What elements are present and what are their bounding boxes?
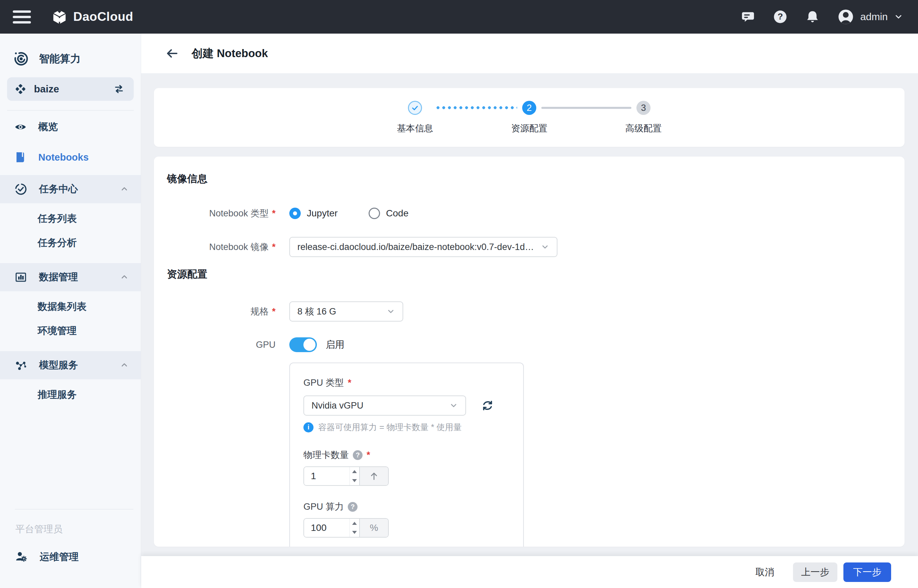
sidebar-item-overview[interactable]: 概览	[0, 116, 141, 138]
form-card: 镜像信息 Notebook 类型* Jupyter	[154, 157, 905, 547]
user-menu[interactable]: admin	[837, 8, 903, 25]
spinner-down-icon[interactable]	[350, 528, 359, 537]
eye-icon	[14, 121, 27, 133]
radio-code[interactable]: Code	[368, 208, 409, 219]
radio-jupyter[interactable]: Jupyter	[289, 208, 338, 219]
user-chevron-down-icon	[894, 12, 903, 21]
stepper-connector-solid	[541, 107, 631, 109]
spec-select[interactable]: 8 核 16 G	[289, 301, 403, 321]
page-title: 创建 Notebook	[192, 46, 268, 61]
brand-name: DaoCloud	[73, 10, 133, 24]
sidebar-group-data-management[interactable]: 数据管理	[0, 263, 141, 291]
gpu-compute-input[interactable]	[304, 519, 349, 537]
task-center-icon	[14, 183, 27, 196]
radio-selected-icon	[289, 208, 301, 219]
workspace-name: baize	[34, 83, 59, 95]
sidebar-group-label: 模型服务	[39, 359, 108, 372]
spec-row: 规格* 8 核 16 G	[167, 301, 891, 321]
required-asterisk: *	[348, 378, 351, 388]
chevron-up-icon	[120, 273, 129, 281]
gpu-compute-spinner	[349, 519, 359, 537]
step-3-label: 高级配置	[603, 122, 684, 134]
notebook-image-label: Notebook 镜像*	[167, 241, 276, 253]
sidebar-group-model-service[interactable]: 模型服务	[0, 351, 141, 380]
main-area: 创建 Notebook 2 3 基本信息 资源配置 高级	[141, 34, 918, 588]
workspace-switch-icon[interactable]	[113, 83, 125, 95]
messages-icon[interactable]	[740, 10, 755, 24]
spinner-up-icon[interactable]	[350, 467, 359, 476]
sidebar-divider	[7, 110, 134, 111]
toggle-knob	[304, 339, 315, 351]
gpu-settings-panel: GPU 类型* Nvidia vGPU	[289, 363, 524, 547]
sidebar-item-ops-management[interactable]: 运维管理	[0, 550, 141, 564]
card-count-input[interactable]	[304, 467, 349, 485]
spinner-down-icon[interactable]	[350, 476, 359, 485]
step-2-circle-active[interactable]: 2	[522, 101, 536, 115]
footer-gap	[141, 547, 918, 556]
workspace-icon	[15, 83, 27, 95]
app-root: DaoCloud ?	[0, 0, 918, 588]
model-service-sublist: 推理服务	[0, 380, 141, 408]
hamburger-menu-icon[interactable]	[13, 10, 32, 24]
gpu-type-label: GPU 类型*	[304, 376, 510, 389]
gpu-toggle-on[interactable]	[289, 338, 317, 352]
question-icon[interactable]: ?	[348, 502, 357, 512]
card-count-input-group	[304, 466, 389, 486]
sidebar-item-dataset-list[interactable]: 数据集列表	[0, 295, 141, 319]
gpu-info-text: 容器可使用算力 = 物理卡数量 * 使用量	[318, 422, 462, 433]
refresh-icon[interactable]	[481, 399, 494, 412]
notebook-image-select[interactable]: release-ci.daocloud.io/baize/baize-noteb…	[289, 237, 558, 257]
sidebar-item-inference-service[interactable]: 推理服务	[0, 383, 141, 407]
required-asterisk: *	[272, 242, 276, 252]
top-navbar: DaoCloud ?	[0, 0, 918, 34]
card-count-unit-icon	[359, 467, 388, 485]
required-asterisk: *	[367, 450, 370, 460]
sidebar-item-label: Notebooks	[38, 152, 89, 163]
sidebar-item-notebooks[interactable]: Notebooks	[0, 146, 141, 168]
gpu-row: GPU 启用	[167, 338, 891, 352]
notebook-type-radio-group: Jupyter Code	[289, 208, 409, 219]
svg-text:?: ?	[777, 11, 783, 21]
content: 2 3 基本信息 资源配置 高级配置 镜像信息 Notebook 类型*	[141, 73, 918, 547]
model-service-icon	[14, 359, 27, 372]
sidebar-item-task-analysis[interactable]: 任务分析	[0, 231, 141, 255]
step-1-circle-done[interactable]	[408, 101, 422, 115]
section-title-resource-config: 资源配置	[167, 269, 891, 279]
notebook-book-icon	[14, 151, 27, 164]
page-header: 创建 Notebook	[141, 34, 918, 73]
help-icon[interactable]: ?	[773, 10, 788, 24]
cancel-button[interactable]: 取消	[752, 562, 777, 582]
question-icon[interactable]: ?	[353, 450, 362, 460]
gpu-compute-label: GPU 算力 ?	[304, 501, 510, 513]
card-count-spinner	[349, 467, 359, 485]
check-icon	[411, 104, 419, 112]
back-arrow-icon[interactable]	[164, 45, 180, 61]
step-3-circle[interactable]: 3	[637, 101, 651, 115]
notebook-type-row: Notebook 类型* Jupyter Code	[167, 207, 891, 220]
sidebar-nav: 概览 Notebooks 任务中心	[0, 116, 141, 408]
sidebar-item-label: 概览	[38, 120, 58, 134]
notifications-bell-icon[interactable]	[805, 10, 820, 24]
gpu-info-row: i 容器可使用算力 = 物理卡数量 * 使用量	[304, 422, 510, 433]
spinner-up-icon[interactable]	[350, 519, 359, 528]
sidebar-item-environment[interactable]: 环境管理	[0, 319, 141, 343]
daocloud-logo-icon	[52, 9, 67, 24]
sidebar-group-task-center[interactable]: 任务中心	[0, 175, 141, 203]
data-management-icon	[14, 270, 27, 284]
gpu-type-select[interactable]: Nvidia vGPU	[304, 396, 466, 416]
previous-step-button[interactable]: 上一步	[793, 562, 837, 582]
step-2-label: 资源配置	[489, 122, 570, 134]
stepper-card: 2 3 基本信息 资源配置 高级配置	[154, 88, 905, 147]
spec-label: 规格*	[167, 305, 276, 318]
info-icon: i	[304, 422, 314, 433]
sidebar-bottom-divider	[15, 509, 133, 509]
next-step-button[interactable]: 下一步	[844, 562, 891, 582]
wizard-footer: 取消 上一步 下一步	[141, 556, 918, 588]
sidebar-group-label: 任务中心	[39, 183, 108, 196]
gpu-compute-input-group: %	[304, 518, 389, 538]
sidebar-item-task-list[interactable]: 任务列表	[0, 207, 141, 231]
workspace-selector[interactable]: baize	[7, 77, 134, 101]
sidebar-group-label: 数据管理	[39, 270, 108, 284]
chevron-down-icon	[449, 401, 458, 410]
ai-compute-icon	[13, 51, 29, 66]
